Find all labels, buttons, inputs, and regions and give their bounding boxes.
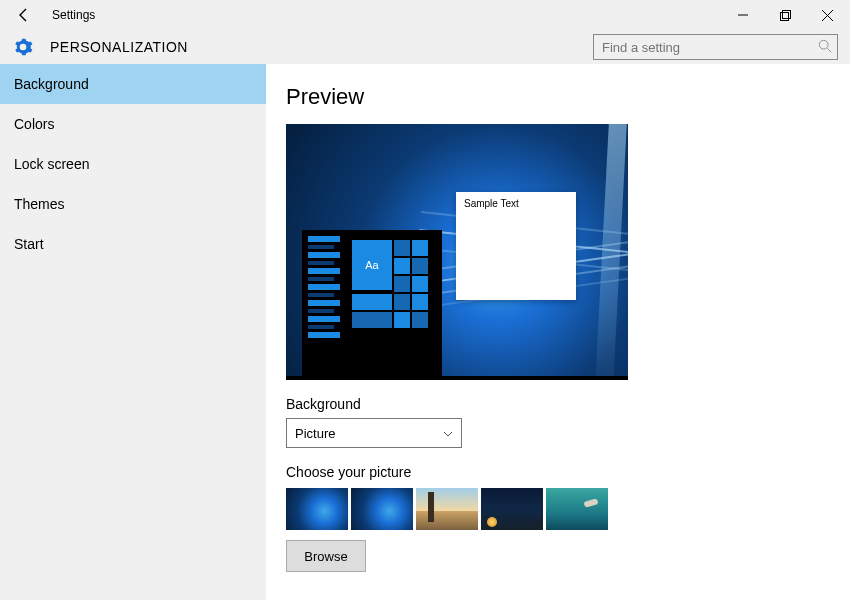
search-input[interactable]	[593, 34, 838, 60]
background-label: Background	[286, 396, 834, 412]
sidebar-item-background[interactable]: Background	[0, 64, 266, 104]
picture-thumb-5[interactable]	[546, 488, 608, 530]
preview-start-menu: Aa	[302, 230, 442, 376]
background-dropdown[interactable]: Picture	[286, 418, 462, 448]
picture-thumb-4[interactable]	[481, 488, 543, 530]
close-button[interactable]	[806, 1, 848, 29]
content-area: Preview Sample Text Aa	[266, 64, 850, 600]
sidebar-item-colors[interactable]: Colors	[0, 104, 266, 144]
preview-tile-aa: Aa	[352, 240, 392, 290]
chevron-down-icon	[443, 428, 453, 439]
picture-thumb-3[interactable]	[416, 488, 478, 530]
search-container	[593, 34, 838, 60]
minimize-button[interactable]	[722, 1, 764, 29]
sidebar-item-lock-screen[interactable]: Lock screen	[0, 144, 266, 184]
close-icon	[822, 10, 833, 21]
category-title: PERSONALIZATION	[50, 39, 188, 55]
header: PERSONALIZATION	[0, 30, 850, 64]
svg-rect-1	[780, 12, 788, 20]
background-dropdown-value: Picture	[295, 426, 335, 441]
preview-heading: Preview	[286, 84, 834, 110]
sidebar: Background Colors Lock screen Themes Sta…	[0, 64, 266, 600]
back-button[interactable]	[10, 1, 38, 29]
window-title: Settings	[52, 8, 95, 22]
search-icon	[818, 39, 832, 56]
sample-text-label: Sample Text	[464, 198, 519, 209]
window-controls	[722, 1, 848, 29]
picture-thumb-1[interactable]	[286, 488, 348, 530]
maximize-button[interactable]	[764, 1, 806, 29]
svg-rect-2	[782, 10, 790, 18]
choose-picture-label: Choose your picture	[286, 464, 834, 480]
preview-sample-window: Sample Text	[456, 192, 576, 300]
picture-thumb-2[interactable]	[351, 488, 413, 530]
desktop-preview: Sample Text Aa	[286, 124, 628, 380]
back-arrow-icon	[16, 7, 32, 23]
gear-icon	[12, 36, 34, 58]
sidebar-item-themes[interactable]: Themes	[0, 184, 266, 224]
sidebar-item-start[interactable]: Start	[0, 224, 266, 264]
minimize-icon	[738, 10, 748, 20]
preview-taskbar	[286, 376, 628, 380]
title-bar: Settings	[0, 0, 850, 30]
maximize-icon	[780, 10, 791, 21]
svg-point-5	[819, 40, 828, 49]
picture-thumbnails	[286, 488, 834, 530]
svg-line-6	[827, 48, 831, 52]
browse-button[interactable]: Browse	[286, 540, 366, 572]
